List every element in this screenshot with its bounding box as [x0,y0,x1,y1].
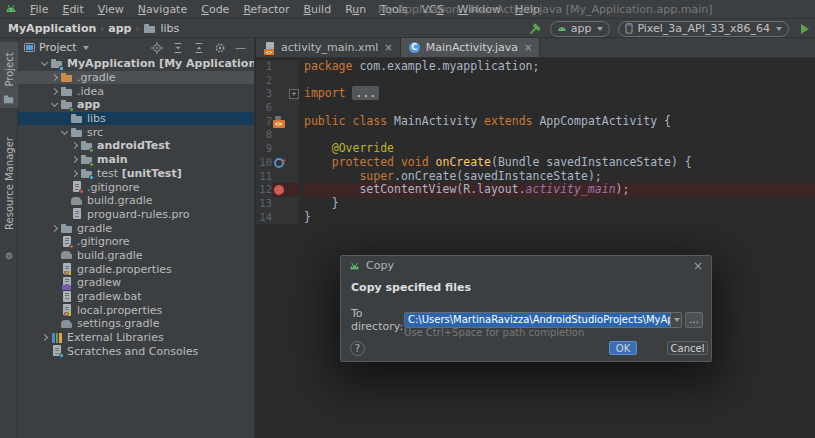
breakpoint-icon[interactable] [273,184,287,196]
tool-stripe-resource-manager[interactable]: Resource Manager ⚙ [0,120,18,262]
tree-chevron-icon[interactable] [48,89,60,94]
code-line-13: 13 } [256,197,815,211]
tree-item-label: test [unitTest] [97,167,182,180]
close-icon[interactable]: × [693,259,703,273]
menu-item-navigate[interactable]: Navigate [132,2,193,17]
to-directory-combobox[interactable]: C:\Users\MartinaRavizza\AndroidStudioPro… [404,312,682,328]
copy-dialog-title: Copy [366,259,394,272]
collapse-all-icon[interactable] [193,42,205,54]
device-dropdown[interactable]: Pixel_3a_API_33_x86_64 [618,21,789,37]
menu-item-refactor[interactable]: Refactor [237,2,295,17]
fold-slot[interactable] [287,87,299,101]
run-controls: app Pixel_3a_API_33_x86_64 [528,19,809,38]
menu-item-file[interactable]: File [24,2,54,17]
tree-chevron-icon[interactable] [68,143,80,148]
code-line-2: 2 [256,74,815,88]
tree-item-local-properties[interactable]: local.properties [18,303,254,317]
help-button[interactable]: ? [350,341,365,356]
tree-item-gradlew[interactable]: gradlew [18,276,254,290]
gutter-slot[interactable] [272,183,287,197]
tree-item-src[interactable]: src [18,125,254,139]
android-studio-logo-icon [5,4,17,15]
tree-item-scratches-and-consoles[interactable]: Scratches and Consoles [18,344,254,358]
code-line-10: 10 protected void onCreate(Bundle savedI… [256,156,815,170]
ok-button[interactable]: OK [609,341,637,355]
tree-item-app[interactable]: app [18,98,254,112]
tree-item-libs[interactable]: libs [18,112,254,126]
code-line-9: 9 @Override [256,142,815,156]
tree-item-label: gradle.properties [77,263,172,276]
tree-item-gradle-properties[interactable]: gradle.properties [18,262,254,276]
tree-item-myapplication-my-application-[interactable]: MyApplication [My Application]C:\Users\M… [18,57,254,71]
android-class-icon [273,116,287,128]
to-directory-value[interactable]: C:\Users\MartinaRavizza\AndroidStudioPro… [405,313,670,327]
tree-item-proguard-rules-pro[interactable]: proguard-rules.pro [18,208,254,222]
tree-item-gradle[interactable]: gradle [18,221,254,235]
code-line-text [304,74,815,88]
gutter-slot [272,101,287,115]
tree-chevron-icon[interactable] [58,131,70,134]
run-button[interactable] [801,24,809,34]
project-view-selector[interactable]: Project [24,41,89,54]
tree-chevron-icon[interactable] [38,335,50,340]
tree-item-build-gradle[interactable]: build.gradle [18,249,254,263]
tab-close-icon[interactable]: × [524,42,532,53]
tree-item-label: androidTest [97,139,170,152]
tab-close-icon[interactable]: × [384,42,392,53]
editor-tab-mainactivity-java[interactable]: MainActivity.java× [401,38,541,57]
tree-item-settings-gradle[interactable]: settings.gradle [18,317,254,331]
tree-item-test[interactable]: test [unitTest] [18,167,254,181]
breadcrumb-item-libs[interactable]: libs [143,22,179,35]
tool-stripe-project[interactable]: Project [0,42,18,108]
expand-all-icon[interactable] [172,42,184,54]
tree-chevron-icon[interactable] [48,226,60,231]
fold-plus-icon[interactable] [287,88,301,100]
file-script-icon [60,277,74,289]
tree-chevron-icon[interactable] [48,103,60,106]
tree-item-gradlew-bat[interactable]: gradlew.bat [18,290,254,304]
gutter-slot [272,142,287,156]
breadcrumb-item-app[interactable]: app [108,22,131,35]
menu-item-edit[interactable]: Edit [56,2,89,17]
fold-slot [287,60,299,74]
browse-button[interactable]: … [685,312,703,328]
menu-item-code[interactable]: Code [195,2,235,17]
breadcrumb-item-myapplication[interactable]: MyApplication [8,22,96,35]
editor-area: activity_main.xml×MainActivity.java× 1pa… [256,38,815,438]
file-icon [70,208,84,220]
fold-slot [287,142,299,156]
tree-item-androidtest[interactable]: androidTest [18,139,254,153]
cancel-button[interactable]: Cancel [667,341,708,355]
run-config-dropdown[interactable]: app [550,21,611,37]
build-hammer-icon[interactable] [528,22,542,35]
tree-item--gitignore[interactable]: .gitignore [18,235,254,249]
settings-gear-icon[interactable] [214,42,226,54]
tree-item-main[interactable]: main [18,153,254,167]
file-properties-icon [60,263,74,275]
locate-file-icon[interactable] [151,42,163,54]
hide-panel-icon[interactable]: — [235,41,246,54]
tree-item--gradle[interactable]: .gradle [18,71,254,85]
gutter-slot[interactable] [272,156,287,170]
android-studio-window: FileEditViewNavigateCodeRefactorBuildRun… [0,0,815,438]
code-line-3: 3import ... [256,87,815,101]
editor-tab-activity-main-xml[interactable]: activity_main.xml× [256,38,401,57]
combobox-arrow[interactable] [670,313,681,327]
tree-item--gitignore[interactable]: .gitignore [18,180,254,194]
menu-item-view[interactable]: View [92,2,130,17]
tool-stripe-structure[interactable]: Structure [0,400,18,438]
tree-item-build-gradle[interactable]: build.gradle [18,194,254,208]
tree-item-external-libraries[interactable]: External Libraries [18,331,254,345]
gutter-slot[interactable] [272,115,287,129]
menu-item-run[interactable]: Run [339,2,372,17]
menu-item-build[interactable]: Build [298,2,338,17]
tree-chevron-icon[interactable] [68,171,80,176]
tree-chevron-icon[interactable] [48,75,60,80]
chevron-down-icon [83,46,89,50]
code-editor[interactable]: 1package com.example.myapplication;23imp… [256,58,815,224]
folder-icon [60,222,74,234]
copy-dialog-titlebar[interactable]: Copy × [341,256,711,275]
tree-chevron-icon[interactable] [38,62,50,65]
tree-chevron-icon[interactable] [68,157,80,162]
tree-item--idea[interactable]: .idea [18,84,254,98]
